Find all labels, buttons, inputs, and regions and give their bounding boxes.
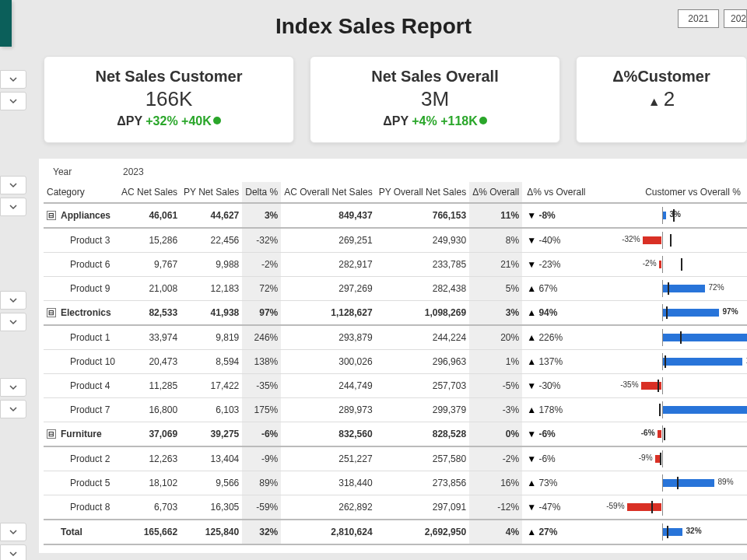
- product-name: Product 2: [47, 453, 110, 464]
- bar-chart-cell: -32%: [589, 228, 747, 253]
- product-name: Product 3: [47, 235, 110, 246]
- kpi-cards: Net Sales Customer 166K ΔPY +32% +40K Ne…: [44, 56, 747, 143]
- collapse-icon[interactable]: ⊟: [47, 308, 56, 317]
- bar-chart-cell: 138%: [589, 350, 747, 374]
- kpi-delta: ΔPY +32% +40K: [44, 114, 293, 128]
- bar-chart-cell: 175%: [589, 398, 747, 422]
- status-dot-icon: [213, 117, 221, 124]
- kpi-title: Net Sales Overall: [310, 68, 559, 86]
- kpi-value: 2: [577, 87, 746, 111]
- table-header: Category AC Net Sales PY Net Sales Delta…: [44, 182, 747, 203]
- product-name: Product 9: [47, 283, 110, 294]
- bar-chart-cell: 72%: [589, 277, 747, 301]
- col-delta-pct[interactable]: Delta %: [242, 182, 281, 203]
- page-title: Index Sales Report: [0, 0, 747, 56]
- year-2022-button[interactable]: 2022: [724, 9, 747, 28]
- table-row[interactable]: Product 212,26313,404-9%251,227257,580-2…: [44, 446, 747, 471]
- category-name: Furniture: [61, 429, 102, 439]
- slicer-dropdown[interactable]: [0, 70, 26, 89]
- bar-chart-cell: -2%: [589, 253, 747, 277]
- col-ac-net-sales[interactable]: AC Net Sales: [118, 182, 181, 203]
- accent-bar: [0, 0, 12, 47]
- table-row[interactable]: Product 921,00812,18372%297,269282,4385%…: [44, 277, 747, 301]
- table-row[interactable]: ⊟Appliances46,06144,6273%849,437766,1531…: [44, 203, 747, 228]
- meta-year-label: Year: [53, 166, 123, 177]
- bar-chart-cell: -59%: [589, 495, 747, 520]
- product-name: Product 5: [47, 478, 110, 488]
- bar-chart-cell: 89%: [589, 471, 747, 495]
- category-name: Electronics: [61, 307, 111, 318]
- kpi-net-sales-customer: Net Sales Customer 166K ΔPY +32% +40K: [44, 56, 294, 143]
- matrix-meta: Year2023: [53, 166, 742, 177]
- table-row[interactable]: ⊟Furniture37,06939,275-6%832,560828,5280…: [44, 422, 747, 447]
- slicer-dropdown[interactable]: [0, 400, 26, 418]
- table-body: ⊟Appliances46,06144,6273%849,437766,1531…: [44, 203, 747, 544]
- slicer-dropdown[interactable]: [0, 198, 26, 216]
- category-name: Appliances: [61, 210, 110, 221]
- slicer-dropdown[interactable]: [0, 176, 26, 194]
- table-row[interactable]: Product 315,28622,456-32%269,251249,9308…: [44, 228, 747, 253]
- product-name: Product 6: [47, 259, 110, 270]
- slicer-dropdown[interactable]: [0, 523, 26, 541]
- status-dot-icon: [479, 117, 487, 124]
- meta-year-value: 2023: [123, 166, 170, 177]
- kpi-net-sales-overall: Net Sales Overall 3M ΔPY +4% +118K: [310, 56, 560, 143]
- bar-chart-cell: 32%: [589, 520, 747, 544]
- bar-chart-cell: -35%: [589, 374, 747, 398]
- table-row[interactable]: Product 518,1029,56689%318,440273,85616%…: [44, 471, 747, 495]
- kpi-value: 166K: [44, 87, 293, 111]
- slicer-dropdown[interactable]: [0, 92, 26, 110]
- col-delta-overall[interactable]: Δ% Overall: [469, 182, 522, 203]
- collapse-icon[interactable]: ⊟: [47, 211, 56, 220]
- kpi-delta-customer: Δ%Customer 2: [576, 56, 747, 143]
- bar-chart-cell: 97%: [589, 301, 747, 326]
- kpi-title: Net Sales Customer: [44, 68, 293, 86]
- kpi-value: 3M: [310, 87, 559, 111]
- year-2021-button[interactable]: 2021: [678, 9, 719, 28]
- col-py-overall[interactable]: PY Overall Net Sales: [376, 182, 470, 203]
- product-name: Product 1: [47, 332, 110, 343]
- slicer-dropdown[interactable]: [0, 378, 26, 397]
- kpi-delta: ΔPY +4% +118K: [310, 114, 559, 128]
- kpi-title: Δ%Customer: [577, 68, 746, 86]
- bar-chart-cell: -9%: [589, 446, 747, 471]
- slicer-column: [0, 70, 26, 560]
- product-name: Product 10: [47, 356, 115, 367]
- bar-chart-cell: 3%: [589, 203, 747, 228]
- col-ac-overall[interactable]: AC Overall Net Sales: [281, 182, 375, 203]
- table-row[interactable]: Product 716,8006,103175%289,973299,379-3…: [44, 398, 747, 422]
- table-row[interactable]: Product 411,28517,422-35%244,749257,703-…: [44, 374, 747, 398]
- product-name: Product 8: [47, 502, 110, 513]
- slicer-dropdown[interactable]: [0, 544, 26, 560]
- table-row[interactable]: Product 69,7679,988-2%282,917233,78521%-…: [44, 253, 747, 277]
- total-label: Total: [47, 527, 82, 537]
- data-matrix: Year2023 Category AC Net Sales PY Net Sa…: [39, 159, 747, 553]
- year-selector: 2021 2022: [678, 9, 747, 28]
- slicer-dropdown[interactable]: [0, 313, 26, 331]
- table-row[interactable]: Product 133,9749,819246%293,879244,22420…: [44, 325, 747, 350]
- bar-chart-cell: 246%▶: [589, 325, 747, 350]
- col-chart: Customer vs Overall %: [589, 182, 747, 203]
- table-row[interactable]: Product 1020,4738,594138%300,026296,9631…: [44, 350, 747, 374]
- slicer-dropdown[interactable]: [0, 291, 26, 310]
- collapse-icon[interactable]: ⊟: [47, 429, 56, 439]
- product-name: Product 4: [47, 380, 110, 391]
- table-row[interactable]: Product 86,70316,305-59%262,892297,091-1…: [44, 495, 747, 520]
- product-name: Product 7: [47, 404, 110, 415]
- col-py-net-sales[interactable]: PY Net Sales: [181, 182, 242, 203]
- table-row[interactable]: Total165,662125,84032%2,810,6242,692,950…: [44, 520, 747, 544]
- sales-table: Category AC Net Sales PY Net Sales Delta…: [44, 182, 747, 545]
- table-row[interactable]: ⊟Electronics82,53341,93897%1,128,6271,09…: [44, 301, 747, 326]
- bar-chart-cell: -6%: [589, 422, 747, 447]
- col-category[interactable]: Category: [44, 182, 118, 203]
- col-delta-vs-overall[interactable]: Δ% vs Overall: [522, 182, 588, 203]
